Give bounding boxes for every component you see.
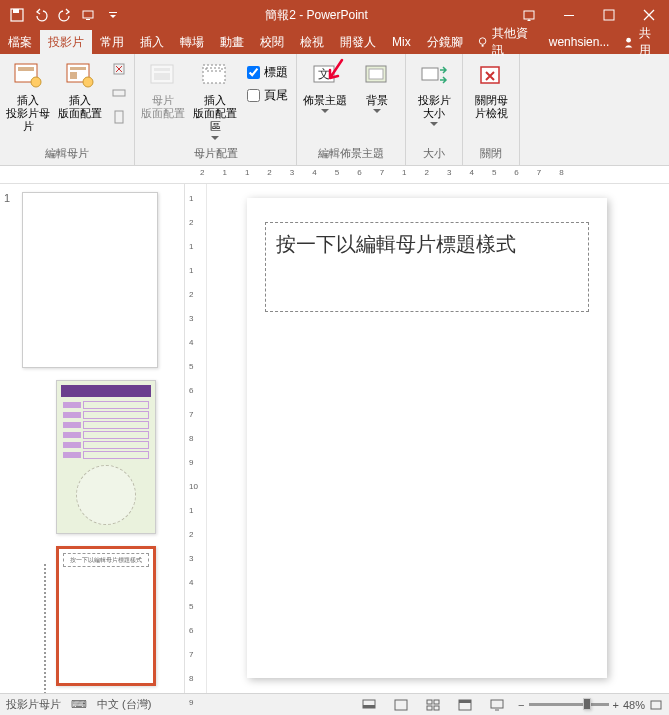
qat-more-button[interactable]	[102, 4, 124, 26]
fit-button[interactable]	[649, 699, 663, 711]
svg-point-10	[627, 38, 632, 43]
title-checkbox-row[interactable]: 標題	[243, 62, 292, 83]
background-button[interactable]: 背景	[353, 56, 401, 113]
tab-review[interactable]: 校閱	[252, 30, 292, 54]
normal-view-button[interactable]	[390, 696, 412, 714]
placeholder-icon	[199, 60, 231, 92]
layout-thumbnail-2-selected[interactable]: 按一下以編輯母片標題樣式	[56, 546, 156, 686]
delete-button[interactable]	[108, 58, 130, 80]
share-button[interactable]: 共用	[615, 30, 669, 54]
maximize-button[interactable]	[589, 0, 629, 30]
background-label: 背景	[366, 94, 388, 107]
svg-rect-9	[481, 45, 483, 47]
edit-pane: 121123456789101234567891011 按一下以編輯母片標題樣式	[185, 184, 669, 693]
sorter-view-button[interactable]	[422, 696, 444, 714]
insert-layout-label: 插入 版面配置	[58, 94, 102, 120]
svg-rect-33	[363, 705, 375, 708]
title-placeholder[interactable]: 按一下以編輯母片標題樣式	[265, 222, 589, 312]
title-checkbox[interactable]	[247, 66, 260, 79]
svg-rect-20	[115, 111, 123, 123]
quick-access-toolbar	[0, 4, 124, 26]
account-name[interactable]: wenhsien...	[543, 30, 616, 54]
svg-rect-40	[459, 700, 471, 703]
svg-rect-16	[70, 72, 77, 79]
group-edit-theme: 文 佈景主題 背景 編輯佈景主題	[297, 54, 406, 165]
group-size-label: 大小	[410, 144, 458, 163]
dropdown-icon	[211, 136, 219, 140]
svg-point-8	[479, 38, 486, 45]
insert-layout-button[interactable]: 插入 版面配置	[56, 56, 104, 120]
tell-me[interactable]: 其他資訊	[471, 30, 543, 54]
tab-insert[interactable]: 插入	[132, 30, 172, 54]
footer-checkbox-row[interactable]: 頁尾	[243, 85, 292, 106]
layout-thumbnail-1[interactable]	[56, 380, 156, 534]
dropdown-icon	[373, 109, 381, 113]
svg-rect-15	[70, 67, 86, 70]
tab-developer[interactable]: 開發人	[332, 30, 384, 54]
annotation-arrow-icon	[328, 58, 346, 82]
slide-canvas-area[interactable]: 按一下以編輯母片標題樣式	[207, 184, 669, 693]
zoom-slider[interactable]	[529, 703, 609, 706]
close-master-label: 關閉母 片檢視	[475, 94, 508, 120]
start-from-beginning-button[interactable]	[78, 4, 100, 26]
svg-point-13	[31, 77, 41, 87]
insert-placeholder-button[interactable]: 插入 版面配置區	[191, 56, 239, 140]
master-thumbnail[interactable]	[22, 192, 158, 368]
group-master-layout-label: 母片配置	[139, 144, 292, 163]
slide-size-label: 投影片 大小	[418, 94, 451, 120]
redo-button[interactable]	[54, 4, 76, 26]
vertical-ruler: 121123456789101234567891011	[185, 184, 207, 693]
window-title: 簡報2 - PowerPoint	[124, 7, 509, 24]
close-master-view-button[interactable]: 關閉母 片檢視	[467, 56, 515, 120]
dropdown-icon	[321, 109, 329, 113]
title-bar: 簡報2 - PowerPoint	[0, 0, 669, 30]
slide-size-icon	[418, 60, 450, 92]
svg-rect-37	[427, 706, 432, 710]
tab-mix[interactable]: Mix	[384, 30, 419, 54]
tab-slide-master[interactable]: 投影片	[40, 30, 92, 54]
svg-rect-42	[651, 701, 661, 709]
ribbon: 插入 投影片母片 插入 版面配置 編輯母片 母片 版面配置 插入 版面配置區	[0, 54, 669, 166]
svg-rect-23	[154, 73, 170, 80]
zoom-out-button[interactable]: −	[518, 699, 524, 711]
status-view: 投影片母片	[6, 697, 61, 712]
footer-checkbox[interactable]	[247, 89, 260, 102]
insert-slide-master-label: 插入 投影片母片	[4, 94, 52, 134]
slide[interactable]: 按一下以編輯母片標題樣式	[247, 198, 607, 678]
status-language[interactable]: 中文 (台灣)	[97, 697, 151, 712]
themes-label: 佈景主題	[303, 94, 347, 107]
group-close: 關閉母 片檢視 關閉	[463, 54, 520, 165]
svg-rect-36	[434, 700, 439, 704]
tab-view[interactable]: 檢視	[292, 30, 332, 54]
master-layout-icon	[147, 60, 179, 92]
status-lang-icon[interactable]: ⌨	[71, 698, 87, 711]
tab-home[interactable]: 常用	[92, 30, 132, 54]
person-icon	[623, 36, 634, 48]
rename-button[interactable]	[108, 82, 130, 104]
tab-storyboard[interactable]: 分鏡腳	[419, 30, 471, 54]
save-button[interactable]	[6, 4, 28, 26]
svg-rect-5	[524, 11, 534, 19]
close-master-icon	[475, 60, 507, 92]
tab-file[interactable]: 檔案	[0, 30, 40, 54]
reading-view-button[interactable]	[454, 696, 476, 714]
layout2-title-placeholder: 按一下以編輯母片標題樣式	[63, 553, 149, 567]
slide-size-button[interactable]: 投影片 大小	[410, 56, 458, 126]
tab-animations[interactable]: 動畫	[212, 30, 252, 54]
group-master-layout: 母片 版面配置 插入 版面配置區 標題 頁尾 母片配置	[135, 54, 297, 165]
preserve-button[interactable]	[108, 106, 130, 128]
thumbnail-pane[interactable]: 1 按一下以編輯母片標題樣式	[0, 184, 185, 693]
zoom-level[interactable]: 48%	[623, 699, 645, 711]
undo-button[interactable]	[30, 4, 52, 26]
zoom-in-button[interactable]: +	[613, 699, 619, 711]
minimize-button[interactable]	[549, 0, 589, 30]
slideshow-button[interactable]	[486, 696, 508, 714]
title-checkbox-label: 標題	[264, 64, 288, 81]
ribbon-tabstrip: 檔案 投影片 常用 插入 轉場 動畫 校閱 檢視 開發人 Mix 分鏡腳 其他資…	[0, 30, 669, 54]
work-area: 1 按一下以編輯母片標題樣式 1211234567891012345678910…	[0, 184, 669, 693]
insert-placeholder-label: 插入 版面配置區	[191, 94, 239, 134]
insert-slide-master-button[interactable]: 插入 投影片母片	[4, 56, 52, 134]
svg-rect-7	[604, 10, 614, 20]
tab-transitions[interactable]: 轉場	[172, 30, 212, 54]
notes-button[interactable]	[358, 696, 380, 714]
